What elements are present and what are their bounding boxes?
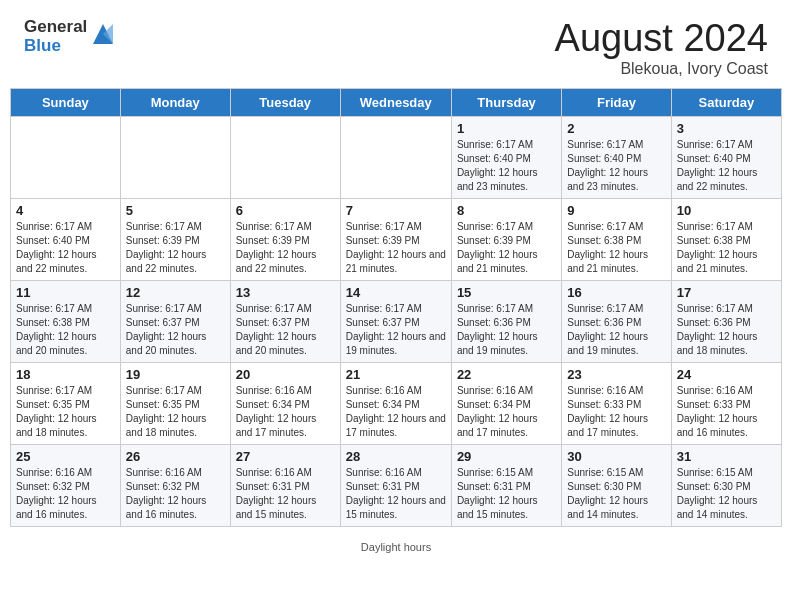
page-header: General Blue August 2024 Blekoua, Ivory … xyxy=(0,0,792,88)
day-info: Sunrise: 6:16 AM Sunset: 6:32 PM Dayligh… xyxy=(126,466,225,522)
day-cell: 10Sunrise: 6:17 AM Sunset: 6:38 PM Dayli… xyxy=(671,198,781,280)
day-number: 25 xyxy=(16,449,115,464)
calendar-body: 1Sunrise: 6:17 AM Sunset: 6:40 PM Daylig… xyxy=(11,116,782,526)
week-row-3: 18Sunrise: 6:17 AM Sunset: 6:35 PM Dayli… xyxy=(11,362,782,444)
day-info: Sunrise: 6:17 AM Sunset: 6:36 PM Dayligh… xyxy=(567,302,665,358)
day-info: Sunrise: 6:17 AM Sunset: 6:39 PM Dayligh… xyxy=(236,220,335,276)
day-cell xyxy=(230,116,340,198)
day-info: Sunrise: 6:17 AM Sunset: 6:39 PM Dayligh… xyxy=(126,220,225,276)
day-info: Sunrise: 6:15 AM Sunset: 6:30 PM Dayligh… xyxy=(677,466,776,522)
logo-general: General xyxy=(24,18,87,37)
day-cell: 28Sunrise: 6:16 AM Sunset: 6:31 PM Dayli… xyxy=(340,444,451,526)
day-cell: 22Sunrise: 6:16 AM Sunset: 6:34 PM Dayli… xyxy=(451,362,561,444)
day-info: Sunrise: 6:17 AM Sunset: 6:40 PM Dayligh… xyxy=(677,138,776,194)
day-number: 13 xyxy=(236,285,335,300)
day-cell: 24Sunrise: 6:16 AM Sunset: 6:33 PM Dayli… xyxy=(671,362,781,444)
day-info: Sunrise: 6:16 AM Sunset: 6:32 PM Dayligh… xyxy=(16,466,115,522)
day-cell: 9Sunrise: 6:17 AM Sunset: 6:38 PM Daylig… xyxy=(562,198,671,280)
day-cell xyxy=(120,116,230,198)
day-number: 20 xyxy=(236,367,335,382)
week-row-2: 11Sunrise: 6:17 AM Sunset: 6:38 PM Dayli… xyxy=(11,280,782,362)
day-info: Sunrise: 6:16 AM Sunset: 6:34 PM Dayligh… xyxy=(346,384,446,440)
day-info: Sunrise: 6:16 AM Sunset: 6:31 PM Dayligh… xyxy=(236,466,335,522)
day-info: Sunrise: 6:17 AM Sunset: 6:40 PM Dayligh… xyxy=(567,138,665,194)
day-cell: 23Sunrise: 6:16 AM Sunset: 6:33 PM Dayli… xyxy=(562,362,671,444)
title-area: August 2024 Blekoua, Ivory Coast xyxy=(555,18,768,78)
day-info: Sunrise: 6:17 AM Sunset: 6:39 PM Dayligh… xyxy=(457,220,556,276)
header-cell-wednesday: Wednesday xyxy=(340,88,451,116)
logo-text: General Blue xyxy=(24,18,87,55)
day-cell: 15Sunrise: 6:17 AM Sunset: 6:36 PM Dayli… xyxy=(451,280,561,362)
day-cell: 7Sunrise: 6:17 AM Sunset: 6:39 PM Daylig… xyxy=(340,198,451,280)
day-cell: 2Sunrise: 6:17 AM Sunset: 6:40 PM Daylig… xyxy=(562,116,671,198)
day-number: 12 xyxy=(126,285,225,300)
day-info: Sunrise: 6:15 AM Sunset: 6:30 PM Dayligh… xyxy=(567,466,665,522)
day-info: Sunrise: 6:16 AM Sunset: 6:33 PM Dayligh… xyxy=(567,384,665,440)
day-number: 8 xyxy=(457,203,556,218)
day-info: Sunrise: 6:17 AM Sunset: 6:37 PM Dayligh… xyxy=(236,302,335,358)
day-cell: 26Sunrise: 6:16 AM Sunset: 6:32 PM Dayli… xyxy=(120,444,230,526)
day-cell xyxy=(11,116,121,198)
day-cell: 27Sunrise: 6:16 AM Sunset: 6:31 PM Dayli… xyxy=(230,444,340,526)
day-number: 9 xyxy=(567,203,665,218)
day-number: 22 xyxy=(457,367,556,382)
daylight-label: Daylight hours xyxy=(361,541,431,553)
header-cell-tuesday: Tuesday xyxy=(230,88,340,116)
day-info: Sunrise: 6:17 AM Sunset: 6:38 PM Dayligh… xyxy=(677,220,776,276)
day-number: 6 xyxy=(236,203,335,218)
day-info: Sunrise: 6:16 AM Sunset: 6:34 PM Dayligh… xyxy=(236,384,335,440)
day-number: 2 xyxy=(567,121,665,136)
main-title: August 2024 xyxy=(555,18,768,60)
calendar-header: SundayMondayTuesdayWednesdayThursdayFrid… xyxy=(11,88,782,116)
day-number: 16 xyxy=(567,285,665,300)
day-number: 24 xyxy=(677,367,776,382)
day-cell: 31Sunrise: 6:15 AM Sunset: 6:30 PM Dayli… xyxy=(671,444,781,526)
day-info: Sunrise: 6:16 AM Sunset: 6:33 PM Dayligh… xyxy=(677,384,776,440)
day-number: 15 xyxy=(457,285,556,300)
week-row-4: 25Sunrise: 6:16 AM Sunset: 6:32 PM Dayli… xyxy=(11,444,782,526)
day-info: Sunrise: 6:16 AM Sunset: 6:34 PM Dayligh… xyxy=(457,384,556,440)
day-cell: 11Sunrise: 6:17 AM Sunset: 6:38 PM Dayli… xyxy=(11,280,121,362)
day-info: Sunrise: 6:17 AM Sunset: 6:36 PM Dayligh… xyxy=(677,302,776,358)
week-row-1: 4Sunrise: 6:17 AM Sunset: 6:40 PM Daylig… xyxy=(11,198,782,280)
header-cell-monday: Monday xyxy=(120,88,230,116)
day-number: 1 xyxy=(457,121,556,136)
day-number: 4 xyxy=(16,203,115,218)
day-cell: 19Sunrise: 6:17 AM Sunset: 6:35 PM Dayli… xyxy=(120,362,230,444)
day-number: 10 xyxy=(677,203,776,218)
day-info: Sunrise: 6:17 AM Sunset: 6:35 PM Dayligh… xyxy=(16,384,115,440)
day-info: Sunrise: 6:17 AM Sunset: 6:37 PM Dayligh… xyxy=(126,302,225,358)
day-cell: 17Sunrise: 6:17 AM Sunset: 6:36 PM Dayli… xyxy=(671,280,781,362)
day-number: 21 xyxy=(346,367,446,382)
day-cell: 30Sunrise: 6:15 AM Sunset: 6:30 PM Dayli… xyxy=(562,444,671,526)
day-number: 29 xyxy=(457,449,556,464)
day-info: Sunrise: 6:16 AM Sunset: 6:31 PM Dayligh… xyxy=(346,466,446,522)
day-number: 30 xyxy=(567,449,665,464)
day-number: 3 xyxy=(677,121,776,136)
day-cell: 16Sunrise: 6:17 AM Sunset: 6:36 PM Dayli… xyxy=(562,280,671,362)
footer-note: Daylight hours xyxy=(0,537,792,559)
day-number: 23 xyxy=(567,367,665,382)
day-cell: 21Sunrise: 6:16 AM Sunset: 6:34 PM Dayli… xyxy=(340,362,451,444)
day-info: Sunrise: 6:15 AM Sunset: 6:31 PM Dayligh… xyxy=(457,466,556,522)
day-cell: 1Sunrise: 6:17 AM Sunset: 6:40 PM Daylig… xyxy=(451,116,561,198)
header-cell-sunday: Sunday xyxy=(11,88,121,116)
day-info: Sunrise: 6:17 AM Sunset: 6:38 PM Dayligh… xyxy=(16,302,115,358)
day-number: 7 xyxy=(346,203,446,218)
day-cell: 8Sunrise: 6:17 AM Sunset: 6:39 PM Daylig… xyxy=(451,198,561,280)
day-info: Sunrise: 6:17 AM Sunset: 6:39 PM Dayligh… xyxy=(346,220,446,276)
day-cell: 25Sunrise: 6:16 AM Sunset: 6:32 PM Dayli… xyxy=(11,444,121,526)
logo: General Blue xyxy=(24,18,117,55)
day-number: 5 xyxy=(126,203,225,218)
header-cell-thursday: Thursday xyxy=(451,88,561,116)
week-row-0: 1Sunrise: 6:17 AM Sunset: 6:40 PM Daylig… xyxy=(11,116,782,198)
logo-icon xyxy=(89,20,117,48)
day-cell: 5Sunrise: 6:17 AM Sunset: 6:39 PM Daylig… xyxy=(120,198,230,280)
header-cell-saturday: Saturday xyxy=(671,88,781,116)
day-number: 14 xyxy=(346,285,446,300)
day-number: 26 xyxy=(126,449,225,464)
calendar-container: SundayMondayTuesdayWednesdayThursdayFrid… xyxy=(0,88,792,537)
day-cell: 3Sunrise: 6:17 AM Sunset: 6:40 PM Daylig… xyxy=(671,116,781,198)
day-cell: 20Sunrise: 6:16 AM Sunset: 6:34 PM Dayli… xyxy=(230,362,340,444)
day-info: Sunrise: 6:17 AM Sunset: 6:36 PM Dayligh… xyxy=(457,302,556,358)
